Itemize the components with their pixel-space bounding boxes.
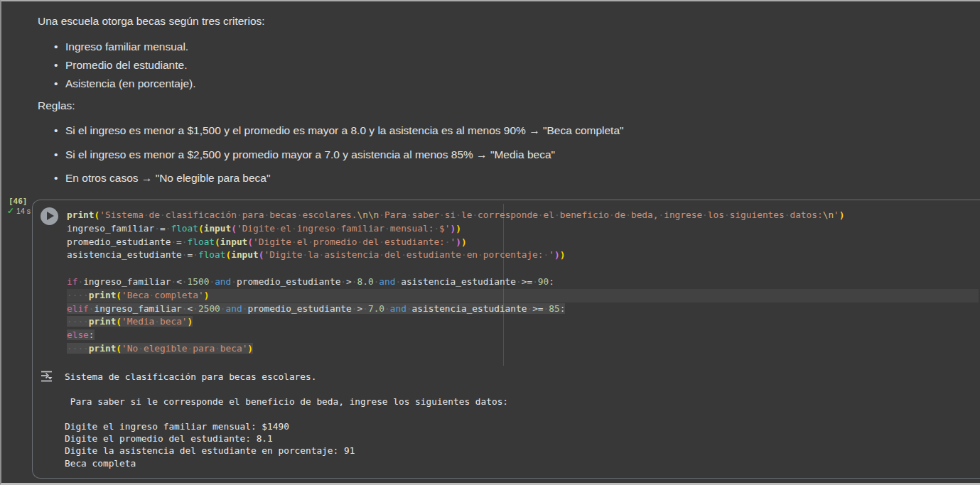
output-line: Sistema de clasificación para becas esco… [65, 371, 973, 383]
code-line: ····print('No·elegible·para·beca') [67, 342, 979, 356]
list-item: Asistencia (en porcentaje). [54, 75, 196, 93]
output-line [65, 383, 973, 395]
output-options-icon[interactable] [40, 369, 54, 383]
code-line: if·ingreso_familiar·<·1500·and·promedio_… [67, 276, 979, 289]
code-editor[interactable]: print('Sistema·de·clasificación·para·bec… [67, 209, 979, 356]
code-line: elif·ingreso_familiar·<·2500·and·promedi… [67, 303, 979, 316]
list-item: Promedio del estudiante. [54, 56, 196, 75]
code-line [67, 262, 979, 276]
execution-count: [46] [9, 197, 28, 206]
code-line: print('Sistema·de·clasificación·para·bec… [67, 209, 979, 222]
rules-list: Si el ingreso es menor a $1,500 y el pro… [54, 122, 624, 194]
code-line: promedio_estudiante·=·float(input('Digit… [67, 236, 979, 249]
play-icon [47, 212, 54, 220]
output-area: Sistema de clasificación para becas esco… [65, 371, 973, 469]
intro-text: Una escuela otorga becas según tres crit… [38, 15, 265, 28]
list-item: Si el ingreso es menor a $2,500 y promed… [54, 146, 624, 170]
check-icon: ✓ [7, 206, 14, 216]
list-item: Ingreso familiar mensual. [54, 38, 196, 56]
code-line: else: [67, 329, 979, 342]
notebook: { "markdown": { "intro": "Una escuela ot… [0, 0, 980, 485]
code-line: ····print('Media·beca') [67, 315, 979, 329]
code-line: asistencia_estudiante·=·float(input('Dig… [67, 249, 979, 262]
rules-label: Reglas: [38, 99, 75, 112]
output-line: Beca completa [65, 457, 973, 469]
output-line [65, 408, 973, 420]
execution-time: 14 s [16, 207, 31, 215]
code-cell: print('Sistema·de·clasificación·para·bec… [32, 200, 980, 479]
run-cell-button[interactable] [41, 207, 58, 225]
execution-status: ✓14 s [7, 206, 31, 216]
list-item: En otros casos → "No elegible para beca" [54, 170, 624, 194]
output-line: Digite el ingreso familiar mensual: $149… [65, 420, 973, 432]
output-line: Para saber si le corresponde el benefici… [65, 396, 973, 408]
criteria-list: Ingreso familiar mensual.Promedio del es… [54, 38, 196, 93]
output-line: Digite el promedio del estudiante: 8.1 [65, 432, 973, 445]
output-line: Digite la asistencia del estudiante en p… [65, 445, 973, 457]
code-line: ····print('Beca·completa') [67, 289, 979, 303]
list-item: Si el ingreso es menor a $1,500 y el pro… [54, 122, 624, 146]
code-line: ingreso_familiar·=·float(input('Digite·e… [67, 222, 979, 236]
